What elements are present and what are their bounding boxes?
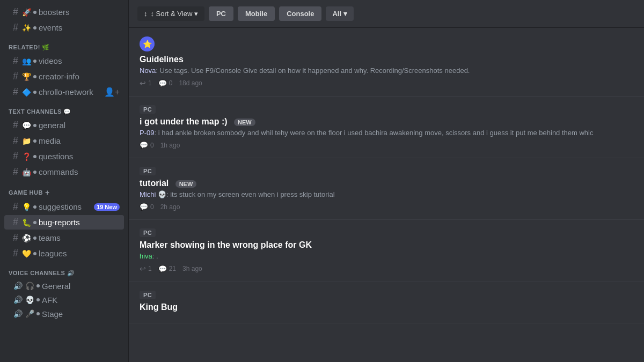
filter-pc-button[interactable]: PC [209,6,233,21]
post-time: 1h ago [160,142,180,149]
post-meta: ↩ 1 💬 21 3h ago [140,264,633,273]
post-time: 3h ago [182,265,202,272]
unread-dot [33,237,36,240]
thread-icon: ↩ [140,79,146,87]
channel-label: Stage [42,309,120,319]
sidebar-item-videos[interactable]: # 👥 videos [4,54,124,68]
hash-icon: # [13,55,18,67]
hash-icon: # [13,201,18,212]
creator-emoji: 🏆 [21,72,31,82]
sort-label: ↕ Sort & View ▾ [151,10,198,18]
sidebar-item-creator-info[interactable]: # 🏆 creator-info [4,69,124,84]
unread-dot [33,26,36,29]
teams-emoji: ⚽ [21,233,31,243]
new-badge: 19 New [94,203,120,211]
videos-emoji: 👥 [21,56,31,66]
post-tag: PC [140,105,156,114]
main-content: ↕ ↕ Sort & View ▾ PC Mobile Console All … [129,0,644,362]
comment-icon: 💬 [158,265,167,273]
bug-reports-emoji: 🐛 [21,218,31,227]
post-title: Guidelines [140,55,633,64]
post-marker-gk[interactable]: PC Marker showing in the wrong place for… [129,220,644,282]
post-header: PC [140,105,633,114]
post-preview: Nova: Use tags. Use F9/Console Give deta… [140,67,623,75]
thread-count: ↩ 1 [140,79,152,87]
console-label: Console [287,10,314,18]
sidebar-item-general-voice[interactable]: 🔊 🎧 General [4,279,124,292]
sidebar-item-events[interactable]: # ✨ events [4,20,124,35]
filter-console-button[interactable]: Console [279,6,321,21]
posts-list: ⭐ Guidelines Nova: Use tags. Use F9/Cons… [129,28,644,362]
post-tag: PC [140,291,156,299]
post-header: ⭐ [140,36,633,51]
hash-icon: # [13,135,18,146]
post-tag: PC [140,228,156,237]
post-preview: hiva: . [140,252,623,260]
sidebar-item-suggestions[interactable]: # 💡 suggestions 19 New [4,200,124,214]
sidebar-item-afk[interactable]: 🔊 💀 AFK [4,293,124,306]
new-badge: NEW [175,180,197,188]
unread-dot [33,60,36,63]
stage-emoji: 🎤 [25,309,34,319]
add-member-icon[interactable]: 👤+ [104,87,120,97]
channel-label: leagues [39,249,120,258]
toolbar: ↕ ↕ Sort & View ▾ PC Mobile Console All … [129,0,644,28]
unread-dot [33,171,36,174]
post-title: i got under the map :) NEW [140,117,633,127]
post-tutorial[interactable]: PC tutorial NEW Michi 💀: its stuck on my… [129,158,644,220]
post-under-map[interactable]: PC i got under the map :) NEW P-09: i ha… [129,97,644,158]
hash-icon: # [13,166,18,178]
sidebar-item-teams[interactable]: # ⚽ teams [4,231,124,245]
suggestions-emoji: 💡 [21,202,31,212]
sidebar-item-general[interactable]: # 💬 general [4,118,124,132]
mention: Michi 💀 [140,190,166,198]
unread-dot [33,252,36,255]
sidebar-item-chrollo-network[interactable]: # 🔷 chrollo-network 👤+ [4,85,124,99]
filter-mobile-button[interactable]: Mobile [238,6,275,21]
mention: P-09 [140,129,154,137]
leagues-emoji: 💛 [21,249,31,258]
sidebar-item-questions[interactable]: # ❓ questions [4,149,124,164]
post-king-bug[interactable]: PC King Bug [129,282,644,323]
channel-label: videos [39,56,120,65]
pinned-star-icon: ⭐ [140,36,155,51]
preview-text: : its stuck on my screen even when i pre… [166,190,335,198]
sidebar-item-bug-reports[interactable]: # 🐛 bug-reports [4,215,124,230]
voice-icon: 🔊 [13,295,23,305]
comment-count: 💬 21 [158,265,176,273]
sidebar: # 🚀 boosters # ✨ events RELATED! 🌿 # 👥 v… [0,0,129,362]
channel-label: creator-info [39,72,120,81]
sort-view-button[interactable]: ↕ ↕ Sort & View ▾ [137,6,204,21]
channel-label: bug-reports [39,218,120,227]
post-preview: P-09: i had ankle broken sombody and whi… [140,129,623,137]
unread-dot [36,312,40,315]
channel-label: General [42,282,120,291]
game-hub-label: GAME HUB [9,189,43,196]
pc-label: PC [216,10,226,18]
add-channel-icon[interactable]: + [45,188,50,197]
channel-label: AFK [42,295,120,305]
sidebar-item-stage[interactable]: 🔊 🎤 Stage [4,307,124,320]
post-header: PC [140,291,633,299]
post-guidelines[interactable]: ⭐ Guidelines Nova: Use tags. Use F9/Cons… [129,28,644,97]
unread-dot [33,91,36,94]
mobile-label: Mobile [245,10,267,18]
hash-icon: # [13,248,18,259]
post-header: PC [140,167,633,175]
section-voice-channels: VOICE CHANNELS 🔊 [0,261,128,279]
sidebar-item-media[interactable]: # 📁 media [4,134,124,148]
post-title: tutorial NEW [140,179,633,188]
sidebar-item-commands[interactable]: # 🤖 commands [4,165,124,179]
filter-all-button[interactable]: All ▾ [326,6,353,21]
sidebar-item-boosters[interactable]: # 🚀 boosters [4,5,124,19]
thread-count: ↩ 1 [140,264,152,273]
voice-icon: 🔊 [13,309,23,319]
general-emoji: 💬 [21,121,31,130]
post-title: King Bug [140,302,633,312]
preview-text: : Use tags. Use F9/Console Give detail o… [156,67,470,75]
unread-dot [33,221,36,224]
channel-label: chrollo-network [39,87,102,97]
mention: Nova [140,67,156,75]
sidebar-item-leagues[interactable]: # 💛 leagues [4,246,124,261]
unread-dot [33,11,36,14]
